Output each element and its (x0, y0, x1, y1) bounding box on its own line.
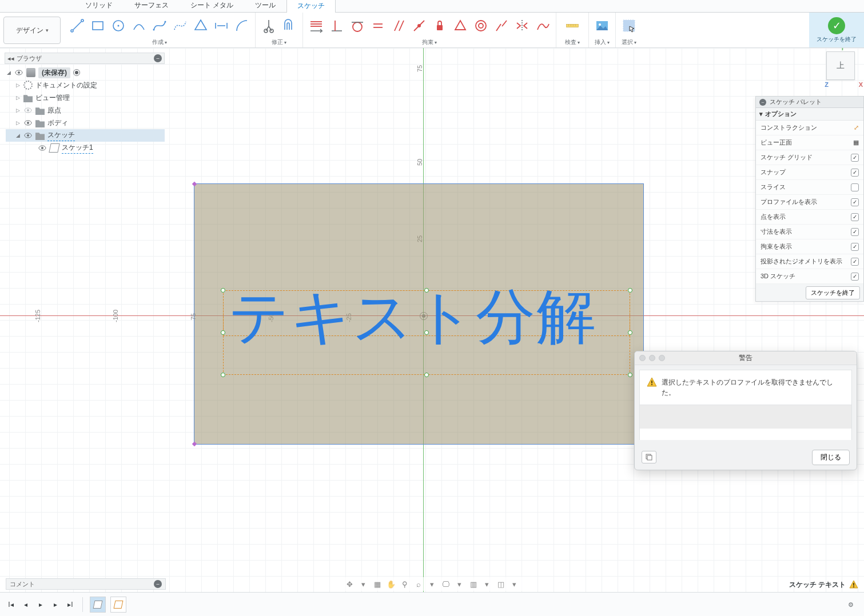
look-at-icon[interactable]: ▦ (853, 139, 859, 146)
opt-construction[interactable]: コンストラクション⤢ (756, 121, 863, 135)
traffic-light-max[interactable] (659, 355, 665, 361)
control-point[interactable] (221, 288, 225, 293)
orbit-dropdown-icon[interactable]: ▾ (358, 578, 369, 590)
checkbox[interactable] (851, 243, 859, 251)
control-point[interactable] (221, 373, 225, 377)
collapse-icon[interactable]: – (154, 54, 162, 62)
checkbox[interactable] (851, 198, 859, 206)
insert-label[interactable]: 挿入 (595, 38, 610, 46)
palette-finish-button[interactable]: スケッチを終了 (806, 286, 860, 299)
fix-icon[interactable] (431, 17, 448, 34)
tab-tools[interactable]: ツール (244, 0, 286, 12)
tree-doc-settings[interactable]: ▷ ドキュメントの設定 (6, 79, 165, 91)
opt-projected[interactable]: 投影されたジオメトリを表示 (756, 254, 863, 269)
timeline-end-icon[interactable]: ▸I (65, 599, 75, 610)
opt-constraints[interactable]: 拘束を表示 (756, 239, 863, 254)
tab-sketch[interactable]: スケッチ (286, 0, 336, 13)
line-icon[interactable] (69, 17, 86, 34)
timeline-settings-icon[interactable]: ⚙ (848, 601, 858, 611)
midpoint-icon[interactable] (452, 17, 469, 34)
timeline-start-icon[interactable]: I◂ (6, 599, 16, 610)
spline-icon[interactable] (151, 17, 168, 34)
perpendicular-icon[interactable] (328, 17, 345, 34)
orbit-icon[interactable]: ✥ (344, 578, 356, 590)
dialog-close-button[interactable]: 閉じる (812, 450, 850, 465)
construction-line-icon[interactable]: ⤢ (854, 124, 859, 131)
zoom-icon[interactable]: ⚲ (399, 578, 411, 590)
select-label[interactable]: 選択 (622, 38, 636, 46)
tree-root[interactable]: ◢ (未保存) (6, 66, 165, 79)
opt-lookat[interactable]: ビュー正面▦ (756, 135, 863, 150)
pan-icon[interactable]: ✋ (385, 578, 397, 590)
parallel-icon[interactable] (390, 17, 407, 34)
grid-snap-icon[interactable]: ▥ (468, 578, 479, 590)
select-icon[interactable] (620, 17, 638, 34)
opt-points[interactable]: 点を表示 (756, 210, 863, 225)
collinear-icon[interactable] (493, 17, 510, 34)
viewport-dropdown-icon[interactable]: ▾ (509, 578, 520, 590)
fillet-arc-icon[interactable] (233, 17, 250, 34)
insert-image-icon[interactable] (594, 17, 611, 34)
rectangle-icon[interactable] (89, 17, 106, 34)
checkbox[interactable] (851, 273, 859, 281)
opt-3dsketch[interactable]: 3D スケッチ (756, 269, 863, 284)
copy-button[interactable] (642, 451, 656, 463)
tangent-icon[interactable] (349, 17, 366, 34)
opt-snap[interactable]: スナップ (756, 165, 863, 180)
workspace-switcher[interactable]: デザイン (3, 17, 61, 44)
checkbox[interactable] (851, 213, 859, 221)
timeline-prev-icon[interactable]: ◂ (21, 599, 31, 610)
sketch-text-content[interactable]: テキスト分解 (229, 278, 597, 358)
checkbox[interactable] (851, 169, 859, 177)
trim-icon[interactable] (260, 17, 277, 34)
equal-icon[interactable] (369, 17, 387, 34)
modify-label[interactable]: 修正 (272, 38, 286, 46)
checkbox[interactable] (851, 258, 859, 266)
tree-sketches[interactable]: ◢ スケッチ (6, 129, 165, 142)
arc-icon[interactable] (130, 17, 148, 34)
opt-dims[interactable]: 寸法を表示 (756, 225, 863, 239)
opt-slice[interactable]: スライス (756, 180, 863, 195)
viewport-icon[interactable]: ◫ (495, 578, 507, 590)
finish-sketch-button[interactable]: ✓ スケッチを終了 (809, 13, 864, 47)
opt-profiles[interactable]: プロファイルを表示 (756, 195, 863, 210)
constrain-label[interactable]: 拘束 (422, 38, 437, 46)
palette-header[interactable]: –スケッチ パレット (756, 97, 863, 108)
conic-icon[interactable] (172, 17, 189, 34)
create-label[interactable]: 作成 (152, 38, 167, 46)
traffic-light-min[interactable] (649, 355, 655, 361)
tree-bodies[interactable]: ▷ ボディ (6, 117, 165, 129)
timeline-play-icon[interactable]: ▸ (35, 599, 46, 610)
control-point[interactable] (628, 288, 632, 293)
tab-surface[interactable]: サーフェス (124, 0, 180, 12)
opt-grid[interactable]: スケッチ グリッド (756, 150, 863, 165)
tree-views[interactable]: ▷ ビュー管理 (6, 91, 165, 104)
palette-options-header[interactable]: ▾ オプション (756, 108, 863, 121)
dialog-titlebar[interactable]: 警告 (635, 351, 857, 365)
collapse-icon[interactable]: – (154, 580, 162, 588)
horizontal-icon[interactable] (308, 17, 325, 34)
timeline-feature-sketch[interactable] (90, 597, 106, 613)
warning-icon[interactable] (849, 580, 858, 589)
coincident-icon[interactable] (411, 17, 428, 34)
timeline-feature-current[interactable] (110, 597, 126, 613)
control-point[interactable] (628, 373, 632, 377)
activate-radio[interactable] (73, 69, 80, 76)
tree-sketch1[interactable]: スケッチ1 (6, 142, 165, 154)
measure-icon[interactable] (561, 17, 584, 34)
checkbox[interactable] (851, 228, 859, 236)
zoom-dropdown-icon[interactable]: ▾ (427, 578, 438, 590)
comment-bar[interactable]: コメント – (6, 578, 166, 590)
display-style-icon[interactable]: 🖵 (440, 578, 452, 590)
grid-dropdown-icon[interactable]: ▾ (481, 578, 493, 590)
circle-icon[interactable] (110, 17, 127, 34)
symmetry-icon[interactable] (513, 17, 531, 34)
traffic-light-close[interactable] (639, 355, 646, 361)
view-cube[interactable]: 上 (826, 51, 855, 80)
tab-sheetmetal[interactable]: シート メタル (180, 0, 244, 12)
inspect-label[interactable]: 検査 (565, 38, 580, 46)
tab-solid[interactable]: ソリッド (74, 0, 124, 12)
curvature-icon[interactable] (534, 17, 551, 34)
display-dropdown-icon[interactable]: ▾ (454, 578, 465, 590)
control-point[interactable] (628, 330, 632, 335)
